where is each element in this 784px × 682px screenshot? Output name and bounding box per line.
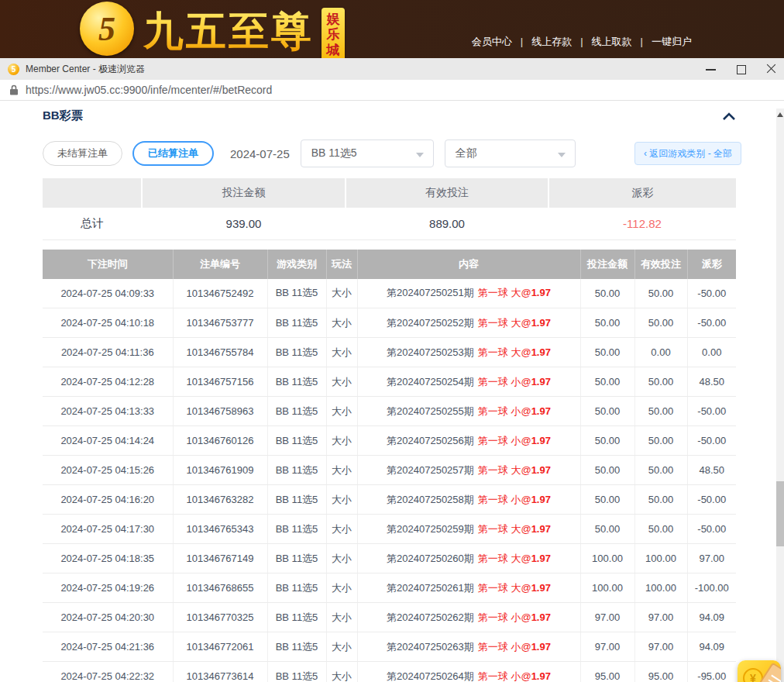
header-bet-amount: 投注金额 xyxy=(580,250,634,279)
cell-order-id: 101346767149 xyxy=(173,544,267,574)
content-period: 第202407250257期 xyxy=(387,464,474,476)
cell-bet-amount: 50.00 xyxy=(580,308,634,338)
cell-valid-bet: 50.00 xyxy=(634,308,687,338)
content-pick: 第一球 小@ xyxy=(478,494,531,505)
table-row: 2024-07-25 04:14:24101346760126BB 11选5大小… xyxy=(43,426,736,456)
cell-content: 第202407250257期第一球 大@1.97 xyxy=(357,456,580,485)
back-to-game-category-button[interactable]: ‹ 返回游戏类别 - 全部 xyxy=(634,142,741,165)
cell-bet-amount: 95.00 xyxy=(580,662,634,682)
cell-order-id: 101346763282 xyxy=(173,485,267,515)
scrollbar-thumb[interactable] xyxy=(776,481,784,546)
cell-order-id: 101346753777 xyxy=(173,308,267,338)
content-odds: 1.97 xyxy=(531,553,551,564)
cell-bet-amount: 50.00 xyxy=(580,456,634,485)
content-odds: 1.97 xyxy=(531,317,551,329)
cell-bet-amount: 50.00 xyxy=(580,279,634,308)
content-pick: 第一球 小@ xyxy=(478,641,531,653)
filter-bar: 未结算注单 已结算注单 2024-07-25 BB 11选5 全部 ‹ 返回游戏… xyxy=(43,140,741,167)
nav-online-withdraw[interactable]: 线上取款 xyxy=(572,35,631,49)
cell-valid-bet: 100.00 xyxy=(634,544,687,574)
cell-play-type: 大小 xyxy=(326,544,357,574)
content-odds: 1.97 xyxy=(531,346,551,358)
cell-order-id: 101346770325 xyxy=(173,603,267,632)
site-banner: 5 九五至尊 娱乐城 会员中心 线上存款 线上取款 一键归户 xyxy=(0,0,784,58)
cell-bet-time: 2024-07-25 04:09:33 xyxy=(43,279,173,308)
cell-order-id: 101346757156 xyxy=(173,367,267,397)
minimize-icon[interactable] xyxy=(706,64,716,74)
bet-record-table: 下注时间 注单编号 游戏类别 玩法 内容 投注金额 有效投注 派彩 2024-0… xyxy=(43,250,736,682)
site-logo[interactable]: 5 九五至尊 娱乐城 xyxy=(80,2,345,58)
cell-valid-bet: 50.00 xyxy=(634,279,687,308)
type-select-value: 全部 xyxy=(456,146,477,160)
table-row: 2024-07-25 04:13:33101346758963BB 11选5大小… xyxy=(43,397,736,426)
window-title: Member Center - 极速浏览器 xyxy=(26,63,145,76)
date-label[interactable]: 2024-07-25 xyxy=(230,147,290,160)
content-pick: 第一球 大@ xyxy=(478,523,531,535)
cell-content: 第202407250262期第一球 小@1.97 xyxy=(357,603,580,632)
content-odds: 1.97 xyxy=(531,287,551,298)
cell-game-type: BB 11选5 xyxy=(267,456,326,485)
address-url[interactable]: https://www.jw05.cc:9900/infe/mcenter/#/… xyxy=(26,84,272,96)
cell-content: 第202407250254期第一球 小@1.97 xyxy=(357,367,580,397)
content-period: 第202407250264期 xyxy=(387,670,474,682)
cell-game-type: BB 11选5 xyxy=(267,397,326,426)
summary-header-empty xyxy=(43,178,142,208)
cell-order-id: 101346772061 xyxy=(173,632,267,662)
scroll-up-arrow-icon[interactable] xyxy=(777,112,783,117)
favicon-icon: 5 xyxy=(8,64,19,75)
summary-table: 投注金额 有效投注 派彩 总计 939.00 889.00 -112.82 xyxy=(43,178,736,240)
bet-table-header-row: 下注时间 注单编号 游戏类别 玩法 内容 投注金额 有效投注 派彩 xyxy=(43,250,736,279)
header-payout: 派彩 xyxy=(687,250,736,279)
cell-content: 第202407250260期第一球 大@1.97 xyxy=(357,544,580,574)
cell-valid-bet: 50.00 xyxy=(634,426,687,456)
tab-settled-bets[interactable]: 已结算注单 xyxy=(132,141,214,166)
content-pick: 第一球 小@ xyxy=(478,405,531,417)
cell-game-type: BB 11选5 xyxy=(267,632,326,662)
nav-one-key-transfer[interactable]: 一键归户 xyxy=(632,35,692,49)
cell-bet-time: 2024-07-25 04:11:36 xyxy=(43,338,173,367)
page-title: BB彩票 xyxy=(43,108,83,123)
table-row: 2024-07-25 04:11:36101346755784BB 11选5大小… xyxy=(43,338,736,367)
table-row: 2024-07-25 04:19:26101346768655BB 11选5大小… xyxy=(43,574,736,603)
cell-order-id: 101346752492 xyxy=(173,279,267,308)
content-pick: 第一球 小@ xyxy=(478,376,531,388)
content-odds: 1.97 xyxy=(531,376,551,388)
page-scrollbar[interactable] xyxy=(776,108,784,682)
collapse-up-icon[interactable] xyxy=(722,112,736,121)
summary-total-label: 总计 xyxy=(43,208,142,239)
maximize-icon[interactable] xyxy=(736,64,746,74)
cell-play-type: 大小 xyxy=(326,515,357,544)
cell-bet-amount: 50.00 xyxy=(580,426,634,456)
cell-payout: 0.00 xyxy=(687,338,736,367)
cell-payout: 48.50 xyxy=(687,456,736,485)
money-float-icon[interactable]: ¥ xyxy=(738,660,781,682)
table-row: 2024-07-25 04:12:28101346757156BB 11选5大小… xyxy=(43,367,736,397)
cell-payout: 94.09 xyxy=(687,603,736,632)
tab-unsettled-bets[interactable]: 未结算注单 xyxy=(43,141,122,166)
cell-content: 第202407250258期第一球 小@1.97 xyxy=(357,485,580,515)
browser-titlebar: 5 Member Center - 极速浏览器 xyxy=(0,58,784,80)
cell-play-type: 大小 xyxy=(326,603,357,632)
page-content: BB彩票 未结算注单 已结算注单 2024-07-25 BB 11选5 全部 ‹… xyxy=(0,108,784,682)
content-pick: 第一球 大@ xyxy=(478,287,531,298)
content-odds: 1.97 xyxy=(531,670,551,682)
cell-play-type: 大小 xyxy=(326,308,357,338)
cell-game-type: BB 11选5 xyxy=(267,574,326,603)
summary-bet-amount: 939.00 xyxy=(142,208,346,239)
cell-bet-time: 2024-07-25 04:10:18 xyxy=(43,308,173,338)
app-window: 5 九五至尊 娱乐城 会员中心 线上存款 线上取款 一键归户 5 Member … xyxy=(0,0,784,682)
cell-play-type: 大小 xyxy=(326,662,357,682)
cell-payout: -100.00 xyxy=(687,574,736,603)
game-select[interactable]: BB 11选5 xyxy=(301,140,434,167)
close-icon[interactable] xyxy=(766,64,776,74)
content-period: 第202407250256期 xyxy=(387,435,474,446)
chevron-down-icon xyxy=(558,153,566,157)
cell-game-type: BB 11选5 xyxy=(267,485,326,515)
cell-payout: -50.00 xyxy=(687,279,736,308)
cell-order-id: 101346758963 xyxy=(173,397,267,426)
summary-header-row: 投注金额 有效投注 派彩 xyxy=(43,178,736,208)
nav-online-deposit[interactable]: 线上存款 xyxy=(512,35,572,49)
nav-member-center[interactable]: 会员中心 xyxy=(472,35,512,49)
type-select[interactable]: 全部 xyxy=(445,140,576,167)
cell-game-type: BB 11选5 xyxy=(267,308,326,338)
